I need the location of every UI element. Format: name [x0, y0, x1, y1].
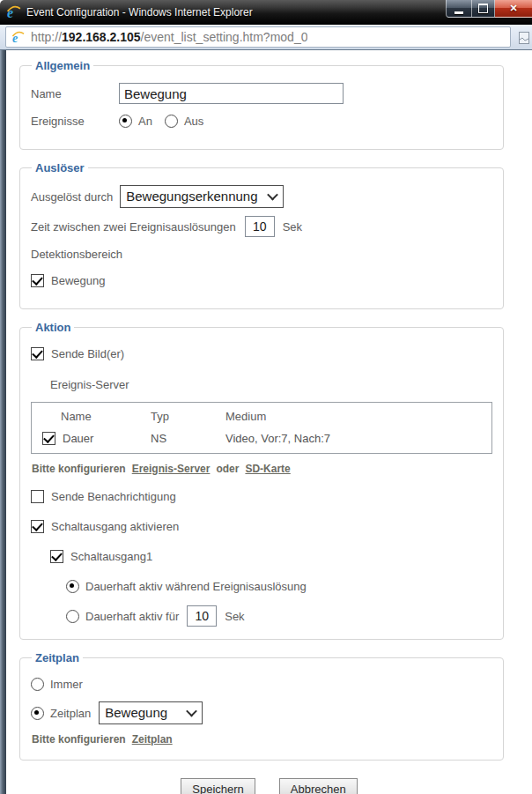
triggered-by-row: Ausgelöst durch Bewegungserkennung [31, 185, 492, 208]
interval-unit: Sek [283, 220, 302, 234]
radio-aus-label: Aus [184, 115, 203, 128]
output-enable-label: Schaltausgang aktivieren [51, 520, 179, 533]
cancel-button[interactable]: Abbrechen [279, 778, 358, 794]
immer-radio[interactable] [31, 678, 44, 691]
section-zeitplan-legend: Zeitplan [32, 651, 83, 664]
close-button[interactable]: ✕ [495, 0, 532, 18]
immer-row: Immer [31, 675, 492, 694]
compatibility-view-icon[interactable] [519, 32, 529, 44]
ereignisse-label: Ereignisse [31, 115, 119, 128]
maximize-button[interactable] [472, 0, 495, 18]
active-for-radio[interactable] [66, 610, 79, 623]
title-bar[interactable]: e Event Configuration - Windows Internet… [0, 0, 532, 25]
col-header-typ: Typ [151, 410, 225, 423]
output1-checkbox[interactable] [50, 550, 63, 563]
section-allgemein: Allgemein Name Ereignisse An Aus [19, 59, 504, 150]
immer-label: Immer [50, 678, 83, 691]
section-aktion-legend: Aktion [32, 321, 74, 334]
triggered-by-select[interactable]: Bewegungserkennung [120, 185, 283, 208]
section-allgemein-legend: Allgemein [32, 59, 93, 72]
table-row: Dauer NS Video, Vor:7, Nach:7 [32, 427, 491, 453]
name-row: Name [31, 83, 492, 104]
maximize-icon [478, 4, 488, 13]
interval-label: Zeit zwischen zwei Ereignisauslösungen [31, 220, 236, 234]
close-icon: ✕ [509, 3, 517, 14]
active-during-label: Dauerhaft aktiv während Ereignisauslösun… [85, 580, 307, 593]
address-input[interactable]: e http://192.168.2.105/event_list_settin… [5, 26, 511, 48]
detection-row: Detektionsbereich [31, 245, 492, 263]
active-for-row: Dauerhaft aktiv für Sek [66, 605, 492, 627]
send-images-checkbox[interactable] [31, 347, 44, 360]
ereignisse-row: Ereignisse An Aus [31, 112, 492, 130]
radio-an[interactable] [119, 115, 132, 128]
window-title: Event Configuration - Windows Internet E… [26, 6, 253, 19]
server-typ: NS [151, 432, 225, 445]
event-server-link[interactable]: Ereignis-Server [132, 463, 211, 475]
server-dauer-checkbox[interactable] [42, 432, 55, 445]
browser-window: e Event Configuration - Windows Internet… [0, 0, 532, 794]
event-server-label-row: Ereignis-Server [50, 375, 492, 394]
event-server-table: Name Typ Medium Dauer NS Video, Vor:7, N… [31, 402, 492, 454]
section-ausloeser: Auslöser Ausgelöst durch Bewegungserkenn… [19, 161, 504, 309]
active-for-unit: Sek [225, 610, 244, 623]
section-aktion: Aktion Sende Bild(er) Ereignis-Server Na… [19, 321, 504, 640]
chevron-down-icon [186, 706, 197, 717]
active-for-input[interactable] [187, 605, 217, 627]
triggered-by-label: Ausgelöst durch [31, 190, 113, 204]
url-path: /event_list_setting.htm?mod_0 [141, 30, 308, 44]
configure-conjunction: oder [216, 463, 239, 475]
active-for-label: Dauerhaft aktiv für [85, 610, 179, 623]
zeitplan-link[interactable]: Zeitplan [132, 733, 173, 746]
detection-label: Detektionsbereich [31, 248, 122, 261]
name-input[interactable] [119, 83, 344, 104]
send-images-row: Sende Bild(er) [31, 345, 492, 363]
minimize-button[interactable] [446, 0, 472, 18]
ie-favicon-icon: e [11, 31, 25, 44]
table-row-name-cell: Dauer [32, 432, 151, 445]
send-notification-row: Sende Benachrichtigung [31, 487, 492, 506]
output1-row: Schaltausgang1 [50, 547, 492, 566]
url-text: http://192.168.2.105/event_list_setting.… [31, 30, 307, 44]
form-content: Allgemein Name Ereignisse An Aus Auslöse… [6, 50, 532, 794]
active-during-radio[interactable] [66, 580, 79, 593]
zeitplan-select[interactable]: Bewegung [99, 701, 203, 724]
radio-aus[interactable] [165, 115, 178, 128]
zeitplan-select-value: Bewegung [105, 705, 167, 720]
save-button[interactable]: Speichern [181, 778, 255, 794]
zeitplan-configure-hint: Bitte konfigurieren Zeitplan [32, 733, 492, 746]
motion-checkbox-label: Bewegung [51, 274, 105, 287]
server-medium: Video, Vor:7, Nach:7 [225, 432, 491, 445]
zeitplan-row: Zeitplan Bewegung [31, 701, 492, 724]
button-row: Speichern Abbrechen [6, 778, 532, 794]
send-images-label: Sende Bild(er) [51, 347, 124, 360]
section-ausloeser-legend: Auslöser [32, 161, 88, 174]
page-content: Allgemein Name Ereignisse An Aus Auslöse… [0, 50, 532, 794]
section-zeitplan: Zeitplan Immer Zeitplan Bewegung Bitte k… [19, 651, 504, 761]
server-name: Dauer [63, 432, 93, 445]
window-controls: ✕ [446, 0, 532, 18]
send-notification-checkbox[interactable] [31, 490, 44, 503]
interval-input[interactable] [245, 216, 275, 237]
triggered-by-value: Bewegungserkennung [126, 189, 257, 204]
zeitplan-configure-prefix: Bitte konfigurieren [32, 733, 126, 746]
minimize-icon [454, 11, 463, 14]
col-header-medium: Medium [225, 410, 491, 423]
active-during-row: Dauerhaft aktiv während Ereignisauslösun… [66, 577, 492, 596]
col-header-name: Name [32, 410, 151, 423]
configure-prefix: Bitte konfigurieren [32, 463, 126, 475]
chevron-down-icon [267, 189, 278, 201]
zeitplan-radio-label: Zeitplan [50, 707, 91, 720]
configure-hint: Bitte konfigurieren Ereignis-Server oder… [32, 463, 492, 475]
url-host: 192.168.2.105 [62, 30, 141, 44]
radio-an-label: An [138, 115, 152, 128]
zeitplan-radio[interactable] [31, 707, 44, 720]
name-label: Name [31, 87, 119, 100]
window-frame-left [0, 50, 6, 794]
output1-label: Schaltausgang1 [70, 550, 152, 563]
table-header-row: Name Typ Medium [32, 403, 491, 427]
event-server-label: Ereignis-Server [50, 378, 129, 391]
motion-checkbox[interactable] [31, 274, 44, 287]
output-enable-checkbox[interactable] [31, 520, 44, 533]
motion-checkbox-row: Bewegung [31, 271, 492, 290]
sd-card-link[interactable]: SD-Karte [245, 463, 290, 475]
